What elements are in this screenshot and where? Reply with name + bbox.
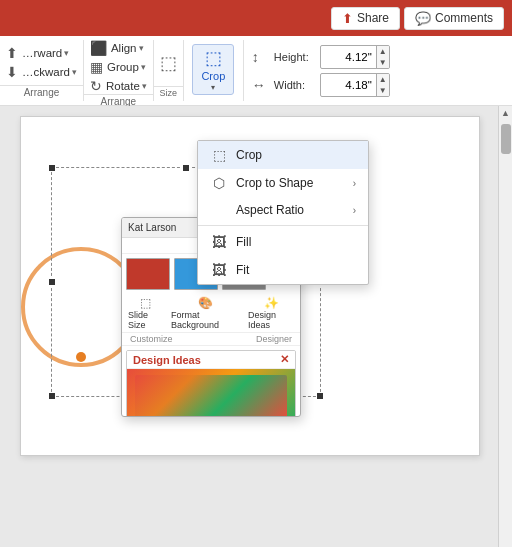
aspect-ratio-label: Aspect Ratio — [236, 203, 304, 217]
crop-to-shape-icon: ⬡ — [210, 175, 228, 191]
width-label: Width: — [274, 79, 316, 91]
height-input[interactable] — [321, 50, 376, 64]
mini-ribbon: ⬚ Slide Size 🎨 Format Background ✨ Desig… — [122, 294, 300, 333]
height-up[interactable]: ▲ — [377, 46, 389, 57]
arrange-group: ⬆ …rward ▾ ⬇ …ckward ▾ Arrange — [0, 40, 83, 101]
align-icon: ⬛ — [90, 40, 107, 56]
crop-dropdown-menu: ⬚ Crop ⬡ Crop to Shape › Aspect Ratio › … — [197, 140, 369, 285]
mini-slide-size-label: Slide Size — [128, 310, 163, 330]
fit-label: Fit — [236, 263, 249, 277]
crop-label: Crop — [201, 70, 225, 82]
align-group: ⬛ Align ▾ ▦ Group ▾ ↻ Rotate ▾ — [83, 40, 153, 101]
menu-item-crop-to-shape[interactable]: ⬡ Crop to Shape › — [198, 169, 368, 197]
forward-icon: ⬆ — [6, 45, 18, 61]
mini-background-btn[interactable]: 🎨 Format Background — [171, 296, 240, 330]
width-spinner: ▲ ▼ — [376, 74, 389, 96]
menu-item-fill[interactable]: 🖼 Fill — [198, 228, 368, 256]
rotate-dropdown[interactable]: Rotate ▾ — [106, 80, 147, 92]
backward-dropdown[interactable]: …ckward ▾ — [22, 66, 77, 78]
mini-title: Kat Larson — [128, 222, 176, 233]
align-arrow: ▾ — [139, 43, 144, 53]
crop-menu-label: Crop — [236, 148, 262, 162]
share-button[interactable]: ⬆ Share — [331, 7, 400, 30]
handle-middle-left[interactable] — [48, 278, 56, 286]
group-label: Group — [107, 61, 139, 73]
crop-icon: ⬚ — [205, 47, 222, 69]
mini-ideas-icon: ✨ — [264, 296, 279, 310]
mini-design-title: Design Ideas — [133, 354, 201, 366]
forward-label: …rward — [22, 47, 62, 59]
mini-slide-size-btn[interactable]: ⬚ Slide Size — [128, 296, 163, 330]
width-icon: ↔ — [252, 77, 270, 93]
crop-menu-icon: ⬚ — [210, 147, 228, 163]
menu-item-fit[interactable]: 🖼 Fit — [198, 256, 368, 284]
crop-to-shape-arrow: › — [353, 178, 356, 189]
group-icon: ▦ — [90, 59, 103, 75]
scroll-thumb[interactable] — [501, 124, 511, 154]
handle-bottom-right[interactable] — [316, 392, 324, 400]
crop-button[interactable]: ⬚ Crop ▾ — [192, 44, 234, 95]
group-arrow: ▾ — [141, 62, 146, 72]
width-up[interactable]: ▲ — [377, 74, 389, 85]
forward-dropdown[interactable]: …rward ▾ — [22, 47, 69, 59]
width-row: ↔ Width: ▲ ▼ — [252, 73, 390, 97]
handle-bottom-left[interactable] — [48, 392, 56, 400]
aspect-ratio-arrow: › — [353, 205, 356, 216]
comments-button[interactable]: 💬 Comments — [404, 7, 504, 30]
size-pane-label: Size — [154, 86, 183, 99]
mini-design-close[interactable]: ✕ — [280, 353, 289, 366]
width-input-wrap: ▲ ▼ — [320, 73, 390, 97]
crop-arrow: ▾ — [211, 83, 215, 92]
rotate-label: Rotate — [106, 80, 140, 92]
height-down[interactable]: ▼ — [377, 57, 389, 68]
height-spinner: ▲ ▼ — [376, 46, 389, 68]
group-dropdown[interactable]: Group ▾ — [107, 61, 146, 73]
mini-designer-label: Designer — [256, 334, 292, 344]
align-label: Align — [111, 42, 137, 54]
crop-group: ⬚ Crop ▾ — [183, 40, 243, 101]
backward-label: …ckward — [22, 66, 70, 78]
mini-customize-label: Customize — [130, 334, 173, 344]
mini-ideas-label: Design Ideas — [248, 310, 294, 330]
mini-slide-size-icon: ⬚ — [140, 296, 151, 310]
handle-top-left[interactable] — [48, 164, 56, 172]
fill-label: Fill — [236, 235, 251, 249]
menu-item-aspect-ratio[interactable]: Aspect Ratio › — [198, 197, 368, 223]
backward-icon: ⬇ — [6, 64, 18, 80]
comments-label: Comments — [435, 11, 493, 25]
menu-separator — [198, 225, 368, 226]
width-down[interactable]: ▼ — [377, 85, 389, 96]
mini-design-image — [127, 369, 295, 417]
height-row: ↕ Height: ▲ ▼ — [252, 45, 390, 69]
fit-icon: 🖼 — [210, 262, 228, 278]
share-icon: ⬆ — [342, 11, 353, 26]
hw-group: ↕ Height: ▲ ▼ ↔ Width: ▲ ▼ — [243, 40, 398, 101]
backward-arrow: ▾ — [72, 67, 77, 77]
height-input-wrap: ▲ ▼ — [320, 45, 390, 69]
height-label: Height: — [274, 51, 316, 63]
mini-thumb-1[interactable] — [126, 258, 170, 290]
size-pane-group: ⬚ Size — [153, 40, 183, 101]
mini-background-label: Format Background — [171, 310, 240, 330]
fill-icon: 🖼 — [210, 234, 228, 250]
mini-ideas-btn[interactable]: ✨ Design Ideas — [248, 296, 294, 330]
width-input[interactable] — [321, 78, 376, 92]
crop-to-shape-label: Crop to Shape — [236, 176, 313, 190]
arrange-label: Arrange — [0, 85, 83, 99]
align-dropdown[interactable]: Align ▾ — [111, 42, 144, 54]
top-bar: ⬆ Share 💬 Comments — [0, 0, 512, 36]
size-pane-icon[interactable]: ⬚ — [160, 52, 177, 74]
forward-arrow: ▾ — [64, 48, 69, 58]
vertical-scrollbar: ▲ — [498, 106, 512, 547]
mini-background-icon: 🎨 — [198, 296, 213, 310]
menu-item-crop[interactable]: ⬚ Crop — [198, 141, 368, 169]
rotate-icon: ↻ — [90, 78, 102, 94]
share-label: Share — [357, 11, 389, 25]
handle-top-center[interactable] — [182, 164, 190, 172]
scroll-up[interactable]: ▲ — [499, 106, 513, 120]
rotate-arrow: ▾ — [142, 81, 147, 91]
mini-design-panel: Design Ideas ✕ — [126, 350, 296, 417]
mini-design-header: Design Ideas ✕ — [127, 351, 295, 369]
ribbon: ⬆ …rward ▾ ⬇ …ckward ▾ Arrange ⬛ Alig — [0, 36, 512, 106]
height-icon: ↕ — [252, 49, 270, 65]
